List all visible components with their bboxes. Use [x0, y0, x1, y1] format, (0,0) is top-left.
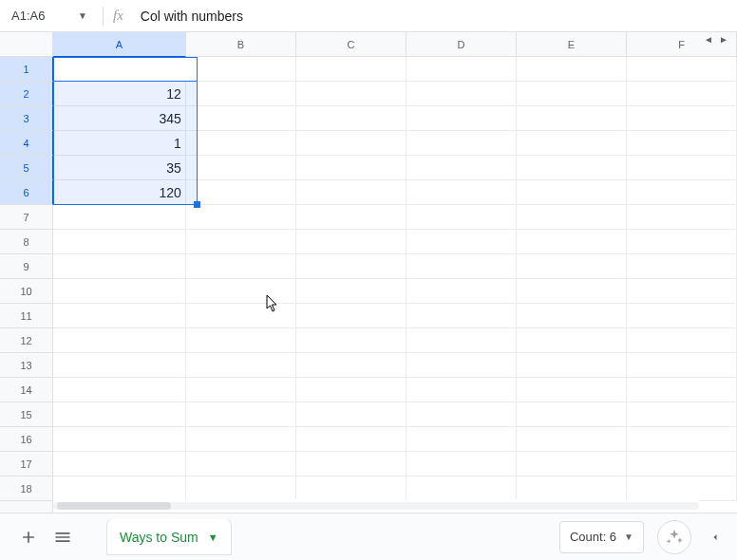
row-header-4[interactable]: 4 [0, 131, 53, 156]
cell-D9[interactable] [406, 254, 517, 279]
cell-D17[interactable] [406, 452, 517, 476]
cell-E13[interactable] [517, 353, 627, 378]
cell-A10[interactable] [53, 279, 186, 304]
cell-D15[interactable] [406, 402, 517, 427]
cell-D8[interactable] [406, 230, 517, 254]
cell-A5[interactable]: 35 [53, 156, 186, 180]
cell-C16[interactable] [296, 427, 406, 452]
cell-D18[interactable] [406, 476, 517, 501]
column-header-C[interactable]: C [296, 32, 406, 56]
cell-F2[interactable] [627, 82, 737, 106]
row-header-12[interactable]: 12 [0, 328, 52, 353]
cell-B11[interactable] [186, 304, 296, 328]
chevron-down-icon[interactable]: ▼ [208, 532, 218, 543]
row-header-7[interactable]: 7 [0, 205, 52, 230]
cell-F13[interactable] [627, 353, 737, 378]
row-header-10[interactable]: 10 [0, 279, 52, 304]
cell-B1[interactable] [186, 57, 296, 82]
cell-A6[interactable]: 120 [53, 180, 186, 205]
cell-A3[interactable]: 345 [53, 106, 186, 131]
column-header-B[interactable]: B [186, 32, 296, 56]
cell-B12[interactable] [186, 328, 296, 353]
cell-C12[interactable] [296, 328, 406, 353]
cell-D11[interactable] [406, 304, 517, 328]
cell-E17[interactable] [517, 452, 627, 476]
cell-E11[interactable] [517, 304, 627, 328]
cell-C4[interactable] [296, 131, 406, 156]
sheet-tab-active[interactable]: Ways to Sum ▼ [106, 519, 232, 555]
cell-D2[interactable] [406, 82, 517, 106]
cell-C6[interactable] [296, 180, 406, 205]
column-header-E[interactable]: E [517, 32, 627, 56]
cell-A14[interactable] [53, 378, 186, 402]
cell-F7[interactable] [627, 205, 737, 230]
add-sheet-button[interactable] [11, 520, 46, 554]
cell-B7[interactable] [186, 205, 296, 230]
explore-button[interactable] [657, 520, 691, 554]
cell-C17[interactable] [296, 452, 406, 476]
cell-D6[interactable] [406, 180, 517, 205]
cell-A2[interactable]: 12 [53, 82, 186, 106]
cell-C13[interactable] [296, 353, 406, 378]
cell-E14[interactable] [517, 378, 627, 402]
cell-D5[interactable] [406, 156, 517, 180]
cell-F15[interactable] [627, 402, 737, 427]
cell-C7[interactable] [296, 205, 406, 230]
cell-E16[interactable] [517, 427, 627, 452]
cell-A16[interactable] [53, 427, 186, 452]
cell-E12[interactable] [517, 328, 627, 353]
cell-A8[interactable] [53, 230, 186, 254]
cell-C11[interactable] [296, 304, 406, 328]
cell-A7[interactable] [53, 205, 186, 230]
cell-D16[interactable] [406, 427, 517, 452]
cell-C18[interactable] [296, 476, 406, 501]
cell-A18[interactable] [53, 476, 186, 501]
cell-A15[interactable] [53, 402, 186, 427]
cell-C14[interactable] [296, 378, 406, 402]
cell-F16[interactable] [627, 427, 737, 452]
row-header-2[interactable]: 2 [0, 82, 53, 106]
cell-E18[interactable] [517, 476, 627, 501]
cell-E3[interactable] [517, 106, 627, 131]
cell-E7[interactable] [517, 205, 627, 230]
row-header-13[interactable]: 13 [0, 353, 52, 378]
row-header-15[interactable]: 15 [0, 402, 52, 427]
scrollbar-thumb[interactable] [57, 502, 171, 510]
cell-F1[interactable] [627, 57, 737, 82]
horizontal-scrollbar[interactable] [53, 499, 699, 513]
cell-B13[interactable] [186, 353, 296, 378]
cell-C1[interactable] [296, 57, 406, 82]
scroll-left-icon[interactable]: ◄ [701, 32, 716, 46]
cell-F4[interactable] [627, 131, 737, 156]
cell-A13[interactable] [53, 353, 186, 378]
cells-area[interactable]: Col with numbers12345135120 [53, 57, 737, 513]
cell-C15[interactable] [296, 402, 406, 427]
cell-C10[interactable] [296, 279, 406, 304]
cell-E15[interactable] [517, 402, 627, 427]
cell-F14[interactable] [627, 378, 737, 402]
cell-B4[interactable] [186, 131, 296, 156]
cell-A11[interactable] [53, 304, 186, 328]
cell-A12[interactable] [53, 328, 186, 353]
cell-F6[interactable] [627, 180, 737, 205]
row-header-1[interactable]: 1 [0, 57, 53, 82]
cell-B14[interactable] [186, 378, 296, 402]
cell-E6[interactable] [517, 180, 627, 205]
all-sheets-button[interactable] [46, 520, 80, 554]
cell-B5[interactable] [186, 156, 296, 180]
cell-B18[interactable] [186, 476, 296, 501]
cell-B2[interactable] [186, 82, 296, 106]
row-header-9[interactable]: 9 [0, 254, 52, 279]
cell-B17[interactable] [186, 452, 296, 476]
cell-B8[interactable] [186, 230, 296, 254]
cell-E4[interactable] [517, 131, 627, 156]
cell-B9[interactable] [186, 254, 296, 279]
row-header-6[interactable]: 6 [0, 180, 53, 205]
column-header-A[interactable]: A [53, 32, 186, 57]
cell-B3[interactable] [186, 106, 296, 131]
cell-F10[interactable] [627, 279, 737, 304]
cell-B15[interactable] [186, 402, 296, 427]
cell-E10[interactable] [517, 279, 627, 304]
cell-E2[interactable] [517, 82, 627, 106]
quick-sum-box[interactable]: Count: 6 ▼ [559, 521, 644, 553]
